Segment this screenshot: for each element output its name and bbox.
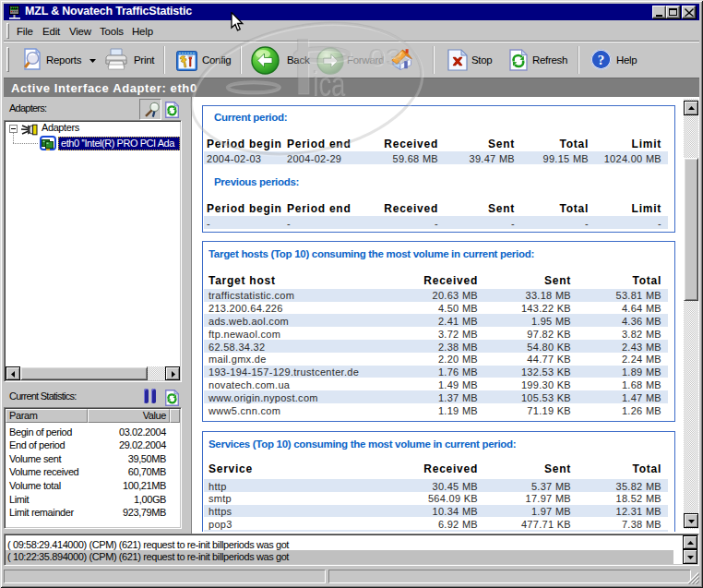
svg-text:?: ? [598,53,605,67]
